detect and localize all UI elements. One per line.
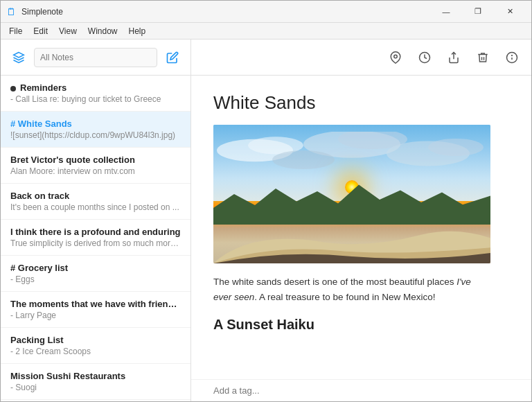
note-pin-row: Reminders bbox=[10, 82, 181, 94]
list-item[interactable]: Packing List - 2 Ice Cream Scoops bbox=[1, 328, 190, 364]
list-item[interactable]: Back on track It's been a couple months … bbox=[1, 184, 190, 220]
pin-indicator bbox=[10, 86, 16, 91]
note-title: # White Sands bbox=[10, 119, 181, 129]
note-title: Reminders bbox=[20, 82, 66, 93]
note-preview: - Eggs bbox=[10, 274, 181, 284]
note-preview: - Suogi bbox=[10, 383, 181, 392]
pin-icon[interactable] bbox=[387, 49, 404, 66]
new-note-button[interactable] bbox=[163, 48, 182, 67]
titlebar: 🗒 Simplenote — ❐ ✕ bbox=[1, 1, 531, 23]
sidebar: Reminders - Call Lisa re: buying our tic… bbox=[1, 40, 191, 401]
list-item[interactable]: The moments that we have with friend... … bbox=[1, 292, 190, 328]
note-title: The moments that we have with friend... bbox=[10, 299, 181, 309]
list-item[interactable]: # Grocery list - Eggs bbox=[1, 256, 190, 292]
note-preview: - 2 Ice Cream Scoops bbox=[10, 347, 181, 356]
svg-point-12 bbox=[272, 150, 335, 169]
main-content: Reminders - Call Lisa re: buying our tic… bbox=[1, 40, 531, 401]
note-preview: It's been a couple months since I posted… bbox=[10, 202, 181, 212]
close-button[interactable]: ✕ bbox=[494, 1, 526, 23]
editor-content[interactable]: White Sands bbox=[191, 76, 531, 379]
note-title: Bret Victor's quote collection bbox=[10, 155, 181, 165]
info-icon[interactable] bbox=[504, 49, 520, 66]
minimize-button[interactable]: — bbox=[430, 1, 462, 23]
menubar: File Edit View Window Help bbox=[1, 23, 531, 40]
note-body: The white sands desert is one of the mos… bbox=[213, 274, 490, 304]
svg-point-11 bbox=[428, 139, 484, 156]
note-title: Mission Sushi Restaurants bbox=[10, 371, 181, 381]
maximize-button[interactable]: ❐ bbox=[462, 1, 494, 23]
trash-icon[interactable] bbox=[475, 49, 491, 66]
note-preview: Alan Moore: interview on mtv.com bbox=[10, 166, 181, 176]
window-controls: — ❐ ✕ bbox=[430, 1, 526, 23]
list-item[interactable]: Bret Victor's quote collection Alan Moor… bbox=[1, 148, 190, 184]
note-preview: - Larry Page bbox=[10, 311, 181, 320]
window-title: Simplenote bbox=[21, 7, 430, 17]
note-title: I think there is a profound and enduring bbox=[10, 227, 181, 237]
svg-point-0 bbox=[394, 55, 398, 58]
note-subheading: A Sunset Haiku bbox=[213, 317, 509, 333]
history-icon[interactable] bbox=[416, 49, 433, 66]
note-heading: White Sands bbox=[213, 92, 509, 114]
list-item[interactable]: Favorite charmie... bbox=[1, 400, 190, 401]
menu-view[interactable]: View bbox=[53, 25, 82, 37]
list-item[interactable]: Mission Sushi Restaurants - Suogi bbox=[1, 364, 190, 400]
editor-footer bbox=[191, 379, 531, 401]
search-input[interactable] bbox=[34, 48, 157, 67]
note-preview: True simplicity is derived from so much … bbox=[10, 238, 181, 248]
sidebar-header bbox=[1, 40, 190, 76]
menu-edit[interactable]: Edit bbox=[28, 25, 53, 37]
share-icon[interactable] bbox=[445, 49, 462, 66]
menu-window[interactable]: Window bbox=[82, 25, 123, 37]
menu-file[interactable]: File bbox=[3, 25, 28, 37]
note-image bbox=[213, 125, 490, 263]
note-title: Back on track bbox=[10, 191, 181, 201]
editor-toolbar bbox=[191, 40, 531, 76]
note-title: Packing List bbox=[10, 335, 181, 345]
app-icon: 🗒 bbox=[6, 6, 17, 17]
note-preview: ![sunset](https://cldup.com/9wpWU84l3n.j… bbox=[10, 130, 181, 140]
tag-input[interactable] bbox=[213, 385, 509, 396]
list-item[interactable]: Reminders - Call Lisa re: buying our tic… bbox=[1, 76, 190, 112]
notes-list: Reminders - Call Lisa re: buying our tic… bbox=[1, 76, 190, 401]
image-mountains bbox=[213, 180, 490, 225]
note-preview: - Call Lisa re: buying our ticket to Gre… bbox=[10, 94, 181, 104]
list-item[interactable]: # White Sands ![sunset](https://cldup.co… bbox=[1, 112, 190, 148]
notes-icon[interactable] bbox=[9, 48, 28, 67]
menu-help[interactable]: Help bbox=[123, 25, 152, 37]
note-title: # Grocery list bbox=[10, 263, 181, 273]
editor: White Sands bbox=[191, 40, 531, 401]
image-rocks bbox=[213, 243, 490, 263]
list-item[interactable]: I think there is a profound and enduring… bbox=[1, 220, 190, 256]
app-window: 🗒 Simplenote — ❐ ✕ File Edit View Window… bbox=[0, 0, 532, 402]
